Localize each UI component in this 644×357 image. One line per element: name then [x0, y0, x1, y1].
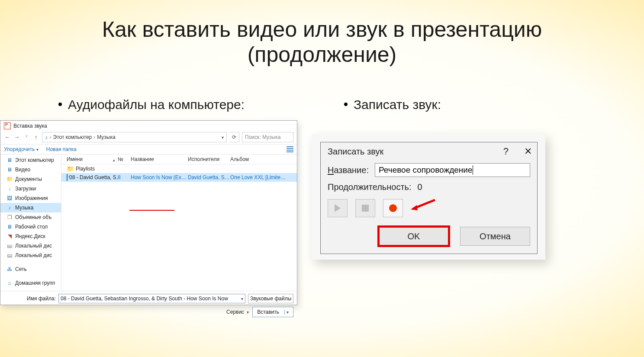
chevron-right-icon: ›	[50, 134, 52, 140]
monitor-icon: 🖥	[6, 167, 13, 173]
slide: Как вставить видео или звук в презентаци…	[0, 0, 644, 357]
chevron-down-icon[interactable]: ▾	[284, 310, 289, 315]
sidebar-item-label: Рабочий стол	[15, 224, 48, 230]
filename-input[interactable]: 08 - David Guetta, Sebastian Ingrosso, &…	[58, 294, 245, 303]
sidebar-item-label: Изображения	[15, 195, 48, 201]
ok-button[interactable]: OK	[379, 227, 449, 246]
sb-pc[interactable]: 🖥Этот компьютер	[0, 155, 61, 165]
breadcrumb-folder[interactable]: Музыка	[97, 134, 115, 140]
stop-icon	[362, 205, 369, 212]
sidebar: 🖥Этот компьютер🖥Видео📁Документы↓Загрузки…	[0, 154, 61, 291]
bullet-left-text: Аудиофайлы на компьютере:	[68, 97, 245, 112]
record-body: Название: Речевое сопровождение Продолжи…	[321, 161, 537, 254]
sb-desktop[interactable]: 🖥Рабочий стол	[0, 222, 61, 232]
play-button[interactable]	[328, 199, 348, 217]
sb-network[interactable]: 🖧Сеть	[0, 264, 61, 274]
cell-num: 8	[118, 174, 131, 180]
chevron-down-icon: ▾	[36, 147, 39, 152]
name-value: Речевое сопровождение	[379, 165, 473, 175]
help-icon[interactable]: ?	[503, 146, 509, 157]
name-input[interactable]: Речевое сопровождение	[375, 163, 530, 177]
disk-icon: 🖴	[6, 243, 13, 249]
duration-value: 0	[418, 182, 422, 192]
filename-row: Имя файла: 08 - David Guetta, Sebastian …	[4, 294, 293, 303]
dialog-bottom: Имя файла: 08 - David Guetta, Sebastian …	[0, 291, 297, 321]
file-list: Имени▴ № Название Исполнители Альбом 📁Pl…	[61, 154, 297, 291]
toolbar: Упорядочить ▾ Новая папка	[0, 145, 297, 154]
insert-label: Вставить	[257, 309, 279, 315]
organize-button[interactable]: Упорядочить ▾	[4, 146, 39, 152]
sidebar-item-label: Домашняя групп	[15, 280, 55, 286]
nav-recent-icon[interactable]: ˅	[23, 134, 30, 141]
col-name[interactable]: Имени▴	[61, 156, 118, 162]
record-screenshot: Записать звук ? ✕ Название: Речевое сопр…	[312, 134, 545, 260]
dialog-title: Вставка звука	[13, 123, 47, 129]
cell-name: 📁Playlists	[61, 165, 118, 172]
col-performer[interactable]: Исполнители	[188, 156, 230, 162]
text-cursor	[473, 165, 473, 175]
breadcrumb-root[interactable]: Этот компьютер	[53, 134, 92, 140]
sb-disk2[interactable]: 🖴Локальный дис	[0, 251, 61, 260]
filename-label: Имя файла:	[4, 296, 56, 302]
bullet-dot	[344, 103, 348, 106]
record-sound-dialog: Записать звук ? ✕ Название: Речевое сопр…	[320, 142, 538, 254]
cell-album: One Love XXL [Limite…	[230, 174, 287, 180]
yadisk-icon: ◥	[6, 233, 13, 239]
slide-title: Как вставить видео или звук в презентаци…	[0, 17, 644, 67]
powerpoint-icon	[4, 122, 11, 129]
sidebar-item-label: Документы	[15, 176, 42, 182]
sb-downloads[interactable]: ↓Загрузки	[0, 184, 61, 193]
col-title[interactable]: Название	[131, 156, 188, 162]
sb-homegroup[interactable]: ⌂Домашняя групп	[0, 278, 61, 288]
play-icon	[335, 204, 341, 212]
bullet-audiofiles: Аудиофайлы на компьютере:	[58, 97, 245, 112]
view-icon[interactable]	[287, 146, 293, 152]
dialog-actions: OK Отмена	[328, 227, 530, 246]
sb-images[interactable]: 🖼Изображения	[0, 193, 61, 203]
list-header: Имени▴ № Название Исполнители Альбом	[61, 154, 297, 164]
col-num[interactable]: №	[118, 156, 131, 162]
record-title: Записать звук	[328, 147, 383, 157]
sb-music[interactable]: ♪Музыка	[0, 203, 61, 212]
cancel-button[interactable]: Отмена	[460, 227, 530, 246]
monitor-icon: 🖥	[6, 157, 13, 163]
chevron-down-icon[interactable]: ▾	[241, 296, 243, 301]
sb-3d[interactable]: ❒Объемные объ	[0, 212, 61, 222]
newfolder-button[interactable]: Новая папка	[46, 146, 77, 152]
close-icon[interactable]: ✕	[524, 146, 532, 157]
sb-disk1[interactable]: 🖴Локальный дис	[0, 241, 61, 251]
breadcrumb[interactable]: ♪ › Этот компьютер › Музыка ▾	[42, 132, 227, 142]
sidebar-item-label: Загрузки	[15, 186, 36, 192]
sidebar-item-label: Этот компьютер	[15, 157, 54, 163]
search-input[interactable]: Поиск: Музыка	[242, 132, 293, 142]
filetype-filter[interactable]: Звуковые файлы	[248, 294, 293, 303]
down-icon: ↓	[6, 186, 13, 192]
nav-back-icon[interactable]: ←	[4, 134, 11, 141]
sb-docs[interactable]: 📁Документы	[0, 174, 61, 184]
col-album[interactable]: Альбом	[230, 156, 287, 162]
nav-fwd-icon[interactable]: →	[13, 134, 20, 141]
chevron-down-icon[interactable]: ▾	[222, 135, 224, 140]
list-row[interactable]: 08 - David Guetta, S…8How Soon Is Now (E…	[61, 173, 297, 182]
music-icon: ♪	[45, 134, 48, 141]
button-row: Сервис▾ Вставить ▾	[4, 307, 293, 317]
nav-up-icon[interactable]: ↑	[32, 134, 39, 141]
stop-button[interactable]	[355, 199, 375, 217]
sort-caret-icon: ▴	[113, 158, 115, 162]
annotation-underline	[129, 210, 174, 211]
file-open-dialog: Вставка звука ← → ˅ ↑ ♪ › Этот компьютер…	[0, 120, 297, 305]
sb-video[interactable]: 🖥Видео	[0, 165, 61, 174]
chevron-down-icon: ▾	[247, 310, 249, 315]
sb-yadisk[interactable]: ◥Яндекс.Диск	[0, 232, 61, 241]
list-row[interactable]: 📁Playlists	[61, 164, 297, 173]
insert-button[interactable]: Вставить ▾	[252, 307, 293, 317]
bullet-record: Записать звук:	[344, 97, 441, 112]
sidebar-item-label: Объемные объ	[15, 214, 52, 220]
sidebar-item-label: Локальный дис	[15, 252, 52, 258]
record-button[interactable]	[383, 199, 403, 217]
duration-label: Продолжительность:	[328, 182, 412, 192]
file-name: 08 - David Guetta, S…	[69, 174, 118, 180]
record-icon	[389, 204, 397, 212]
service-menu[interactable]: Сервис▾	[226, 309, 249, 315]
refresh-icon[interactable]: ⟳	[229, 132, 239, 142]
